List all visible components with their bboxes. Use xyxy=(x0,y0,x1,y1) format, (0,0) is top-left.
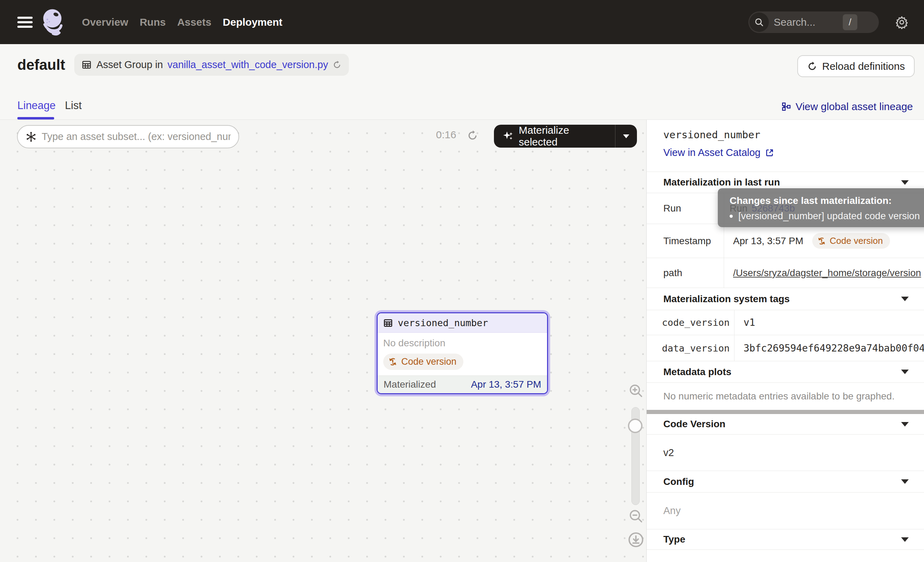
active-tab-underline xyxy=(17,117,54,119)
asset-node-header: versioned_number xyxy=(378,313,547,333)
dagster-logo-icon[interactable] xyxy=(40,7,68,37)
tab-lineage[interactable]: Lineage xyxy=(17,99,56,112)
changed-icon xyxy=(817,236,826,246)
code-version-tag-value: v1 xyxy=(735,310,924,335)
timestamp-row: Timestamp Apr 13, 3:57 PM Code version xyxy=(646,224,924,258)
nav-link-overview[interactable]: Overview xyxy=(82,17,128,28)
table-icon xyxy=(383,318,393,328)
metadata-plots-empty-message: No numeric metadata entries available to… xyxy=(646,382,924,410)
panel-section-divider xyxy=(646,410,924,414)
materialized-time[interactable]: Apr 13, 3:57 PM xyxy=(471,379,541,390)
zoom-slider-handle[interactable] xyxy=(628,419,642,433)
timestamp-label: Timestamp xyxy=(646,224,724,258)
view-global-asset-lineage-link[interactable]: View global asset lineage xyxy=(782,101,913,113)
nav-link-deployment[interactable]: Deployment xyxy=(223,17,282,28)
reload-icon xyxy=(807,61,818,72)
asset-node-versioned-number[interactable]: versioned_number No description Code ver… xyxy=(376,312,548,394)
bullet-dot xyxy=(730,215,733,218)
lineage-icon xyxy=(782,102,791,111)
nav-link-assets[interactable]: Assets xyxy=(177,17,211,28)
section-config[interactable]: Config xyxy=(646,471,924,492)
data-version-tag-value: 3bfc269594ef649228e9a74bab00f04 xyxy=(735,335,924,361)
top-nav: Overview Runs Assets Deployment Search..… xyxy=(0,0,924,44)
asset-detail-panel: versioned_number View in Asset Catalog M… xyxy=(646,120,924,562)
chevron-down-icon xyxy=(901,370,909,374)
view-in-asset-catalog-link[interactable]: View in Asset Catalog xyxy=(663,147,774,158)
section-materialization-system-tags[interactable]: Materialization system tags xyxy=(646,288,924,310)
materialize-selected-button[interactable]: Materialize selected xyxy=(494,125,637,147)
search-input[interactable]: Search... / xyxy=(748,12,879,33)
asset-group-text: Asset Group in xyxy=(96,59,163,71)
config-value: Any xyxy=(646,492,924,529)
asset-subset-placeholder: Type an asset subset... (ex: versioned_n… xyxy=(42,131,231,143)
data-version-tag-row: data_version 3bfc269594ef649228e9a74bab0… xyxy=(646,335,924,361)
code-version-badge: Code version xyxy=(812,233,890,249)
chevron-down-icon xyxy=(623,134,629,138)
asset-group-badge: Asset Group in vanilla_asset_with_code_v… xyxy=(74,54,349,76)
tab-list[interactable]: List xyxy=(65,99,82,112)
chevron-down-icon xyxy=(901,297,909,301)
menu-icon[interactable] xyxy=(17,14,33,30)
materialize-label: Materialize selected xyxy=(519,124,607,148)
asset-group-file-link[interactable]: vanilla_asset_with_code_version.py xyxy=(168,59,328,71)
code-version-tag-row: code_version v1 xyxy=(646,310,924,335)
panel-asset-title: versioned_number xyxy=(663,129,924,141)
asset-node-footer: Materialized Apr 13, 3:57 PM xyxy=(378,376,547,393)
page-header: default Asset Group in vanilla_asset_wit… xyxy=(0,44,924,120)
chevron-down-icon xyxy=(901,479,909,484)
code-version-tag-label: code_version xyxy=(646,310,735,335)
chevron-down-icon xyxy=(901,180,909,185)
download-image-icon[interactable] xyxy=(627,531,645,548)
tooltip-title: Changes since last materialization: xyxy=(730,195,922,206)
panel-tail xyxy=(646,550,924,562)
reload-definitions-button[interactable]: Reload definitions xyxy=(797,55,915,77)
page-title: default xyxy=(17,57,65,73)
asset-node-description: No description xyxy=(383,338,542,349)
asset-subset-input[interactable]: Type an asset subset... (ex: versioned_n… xyxy=(17,125,239,148)
nav-links: Overview Runs Assets Deployment xyxy=(82,17,282,28)
asset-node-body: No description Code version xyxy=(378,333,547,376)
materialize-dropdown-button[interactable] xyxy=(615,134,637,138)
data-version-tag-label: data_version xyxy=(646,335,735,361)
search-icon xyxy=(749,12,769,32)
chevron-down-icon xyxy=(901,537,909,542)
asset-node-name: versioned_number xyxy=(398,317,488,328)
timestamp-value: Apr 13, 3:57 PM xyxy=(733,236,803,246)
lineage-graph-canvas[interactable]: Type an asset subset... (ex: versioned_n… xyxy=(0,120,646,562)
nav-link-runs[interactable]: Runs xyxy=(140,17,166,28)
refresh-timer: 0:16 xyxy=(436,129,456,141)
changes-tooltip: Changes since last materialization: [ver… xyxy=(718,188,924,227)
path-label: path xyxy=(646,258,724,288)
code-version-value: v2 xyxy=(646,434,924,471)
changed-icon xyxy=(388,357,398,367)
table-icon xyxy=(81,59,92,70)
materialized-label: Materialized xyxy=(384,379,436,390)
path-link[interactable]: /Users/sryza/dagster_home/storage/versio… xyxy=(733,267,921,279)
section-metadata-plots[interactable]: Metadata plots xyxy=(646,361,924,382)
zoom-in-icon[interactable] xyxy=(628,383,644,399)
section-code-version[interactable]: Code Version xyxy=(646,414,924,434)
graph-refresh-icon[interactable] xyxy=(467,129,478,141)
search-shortcut-key: / xyxy=(843,14,857,30)
run-label: Run xyxy=(646,193,724,224)
op-asterisk-icon xyxy=(26,131,37,143)
zoom-out-icon[interactable] xyxy=(628,508,644,524)
code-version-badge: Code version xyxy=(383,353,464,370)
refresh-icon[interactable] xyxy=(333,60,342,69)
search-placeholder: Search... xyxy=(774,17,815,28)
gear-icon[interactable] xyxy=(895,15,909,29)
chevron-down-icon xyxy=(901,422,909,427)
tooltip-item: [versioned_number] updated code version xyxy=(730,210,922,222)
path-row: path /Users/sryza/dagster_home/storage/v… xyxy=(646,258,924,288)
sparkle-icon xyxy=(502,130,514,142)
external-link-icon xyxy=(765,148,774,158)
section-type[interactable]: Type xyxy=(646,529,924,550)
